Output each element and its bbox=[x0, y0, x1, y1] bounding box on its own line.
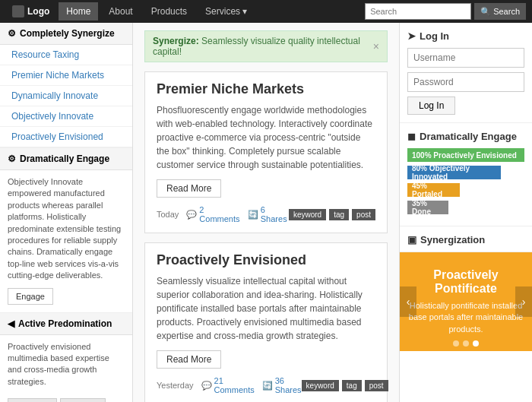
post-1-title: Proactively Envisioned bbox=[157, 252, 375, 268]
logo-icon bbox=[12, 5, 24, 17]
post-0: Premier Niche Markets Phosfluorescently … bbox=[144, 71, 388, 233]
dot-1[interactable] bbox=[463, 340, 469, 347]
carousel-next[interactable]: › bbox=[515, 286, 532, 317]
sidebar-item-dynamically[interactable]: Dynamically Innovate bbox=[0, 86, 132, 106]
share-icon-1: 🔄 bbox=[262, 381, 273, 391]
post-1-read-more[interactable]: Read More bbox=[157, 350, 221, 369]
password-input[interactable] bbox=[407, 72, 524, 92]
share-icon: 🔄 bbox=[248, 210, 258, 220]
post-1-tag-2[interactable]: post bbox=[365, 380, 388, 391]
carousel: ‹ Proactively Pontificate Holistically p… bbox=[400, 252, 532, 351]
carousel-content: Proactively Pontificate Holistically pon… bbox=[400, 261, 532, 343]
progress-bar-3: 35% Done bbox=[407, 201, 448, 214]
post-0-title: Premier Niche Markets bbox=[157, 81, 375, 97]
gear-icon-2: ⚙ bbox=[8, 154, 16, 164]
post-1-date: Yesterday bbox=[157, 381, 194, 390]
post-1-shares[interactable]: 🔄 36 Shares bbox=[262, 376, 302, 394]
post-0-tag-1[interactable]: tag bbox=[329, 209, 349, 220]
sidebar-title-engage: ⚙ Dramatically Engage bbox=[0, 148, 132, 170]
post-0-date: Today bbox=[157, 210, 179, 219]
logo-text: Logo bbox=[27, 6, 49, 17]
carousel-title: Proactively Pontificate bbox=[407, 268, 524, 296]
sidebar-title-predomination: ◀ Active Predomination bbox=[0, 313, 132, 335]
post-0-comments[interactable]: 💬 2 Comments bbox=[186, 205, 239, 223]
post-1-body: Seamlessly visualize intellectual capita… bbox=[157, 274, 375, 343]
dot-2[interactable] bbox=[473, 340, 479, 347]
alert-close[interactable]: × bbox=[373, 40, 379, 52]
sidebar-item-resource[interactable]: Resource Taxing bbox=[0, 45, 132, 65]
nav-home[interactable]: Home bbox=[59, 2, 98, 21]
alert-bar: Synergize: Seamlessly visualize quality … bbox=[144, 30, 388, 62]
post-1-meta: Yesterday 💬 21 Comments 🔄 36 Shares keyw… bbox=[157, 376, 375, 394]
post-1-comments[interactable]: 💬 21 Comments bbox=[201, 376, 255, 394]
page-layout: ⚙ Completely Synergize Resource Taxing P… bbox=[0, 23, 532, 402]
comment-icon: 💬 bbox=[186, 210, 197, 220]
sidebar-desc-predomination: Proactively envisioned multimedia based … bbox=[0, 335, 132, 394]
post-0-shares[interactable]: 🔄 6 Shares bbox=[248, 205, 289, 223]
sidebar-section-predomination: ◀ Active Predomination Proactively envis… bbox=[0, 313, 132, 402]
engage-icon: ◼ bbox=[407, 131, 416, 142]
post-0-body: Phosfluorescently engage worldwide metho… bbox=[157, 103, 375, 172]
engage-section: ◼ Dramatically Engage 100% Proactively E… bbox=[400, 123, 532, 226]
sidebar-item-premier[interactable]: Premier Niche Markets bbox=[0, 65, 132, 86]
sidebar-section-engage: ⚙ Dramatically Engage Objectively Innova… bbox=[0, 148, 132, 313]
progress-bar-0: 100% Proactively Envisioned bbox=[407, 148, 524, 162]
chevron-down-icon: ▾ bbox=[242, 6, 247, 17]
sidebar-title-synergize: ⚙ Completely Synergize bbox=[0, 23, 132, 45]
progress-bar-1: 80% Objectively Innovated bbox=[407, 166, 501, 179]
engage-title: ◼ Dramatically Engage bbox=[407, 131, 524, 142]
carousel-dots bbox=[400, 340, 532, 347]
sidebar-desc-engage: Objectively Innovate empowered manufactu… bbox=[0, 170, 132, 288]
progress-0: 100% Proactively Envisioned bbox=[407, 148, 524, 162]
progress-bar-2: 45% Portaled bbox=[407, 183, 460, 197]
sidebar-section-synergize: ⚙ Completely Synergize Resource Taxing P… bbox=[0, 23, 132, 148]
login-icon: ➤ bbox=[407, 30, 416, 42]
search-bar: 🔍 Search bbox=[365, 3, 526, 20]
alert-label: Synergize: bbox=[153, 36, 199, 46]
search-button[interactable]: 🔍 Search bbox=[474, 3, 526, 20]
gear-icon: ⚙ bbox=[8, 28, 16, 39]
logo: Logo bbox=[6, 2, 55, 21]
sidebar-item-proactively[interactable]: Proactively Envisioned bbox=[0, 127, 132, 147]
synergization-title: ▣ Synergization bbox=[407, 234, 524, 245]
nav-products[interactable]: Products bbox=[144, 2, 195, 21]
comment-icon-1: 💬 bbox=[201, 381, 212, 391]
search-input[interactable] bbox=[365, 3, 471, 20]
arrow-icon: ◀ bbox=[8, 318, 14, 329]
progress-1: 80% Objectively Innovated bbox=[407, 166, 524, 179]
left-sidebar: ⚙ Completely Synergize Resource Taxing P… bbox=[0, 23, 133, 402]
post-1: Proactively Envisioned Seamlessly visual… bbox=[144, 242, 388, 402]
sidebar-item-objectively[interactable]: Objectively Innovate bbox=[0, 106, 132, 127]
username-input[interactable] bbox=[407, 48, 524, 68]
main-content: Synergize: Seamlessly visualize quality … bbox=[133, 23, 399, 402]
search-icon: 🔍 bbox=[480, 7, 491, 17]
progress-2: 45% Portaled bbox=[407, 183, 524, 197]
post-0-tag-0[interactable]: keyword bbox=[289, 209, 326, 220]
synergization-icon: ▣ bbox=[407, 234, 416, 245]
tag-envision[interactable]: Envision bbox=[60, 398, 106, 402]
engage-button[interactable]: Engage bbox=[8, 288, 53, 305]
post-0-tag-2[interactable]: post bbox=[352, 209, 375, 220]
login-title: ➤ Log In bbox=[407, 30, 524, 42]
login-section: ➤ Log In Log In bbox=[400, 23, 532, 123]
right-sidebar: ➤ Log In Log In ◼ Dramatically Engage 10… bbox=[399, 23, 532, 402]
dot-0[interactable] bbox=[453, 340, 459, 347]
synergization-section: ▣ Synergization bbox=[400, 226, 532, 252]
sidebar-tags: Resource Envision Niche bbox=[0, 394, 132, 402]
nav-about[interactable]: About bbox=[101, 2, 140, 21]
post-0-meta: Today 💬 2 Comments 🔄 6 Shares keyword ta… bbox=[157, 205, 375, 223]
post-1-tag-1[interactable]: tag bbox=[342, 380, 362, 391]
carousel-text: Holistically pontificate installed base … bbox=[407, 300, 524, 335]
progress-3: 35% Done bbox=[407, 201, 524, 214]
post-0-read-more[interactable]: Read More bbox=[157, 179, 221, 198]
tag-resource[interactable]: Resource bbox=[8, 398, 57, 402]
carousel-prev[interactable]: ‹ bbox=[400, 286, 416, 317]
login-button[interactable]: Log In bbox=[407, 97, 455, 115]
nav-services[interactable]: Services ▾ bbox=[198, 2, 255, 21]
navbar: Logo Home About Products Services ▾ 🔍 Se… bbox=[0, 0, 532, 23]
post-1-tag-0[interactable]: keyword bbox=[302, 380, 339, 391]
